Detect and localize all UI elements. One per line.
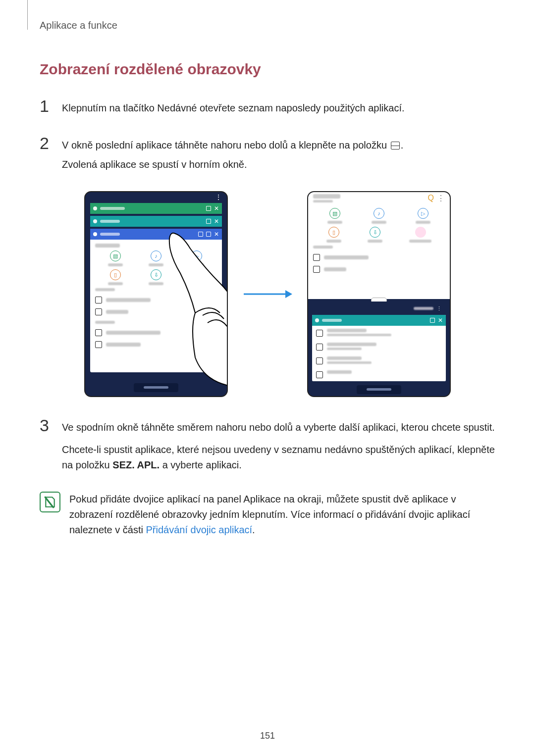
split-view-icon [430,318,435,323]
app-title-blur [100,233,120,236]
step-body: V okně poslední aplikace táhněte nahoru … [62,135,403,176]
split-view-icon [206,232,211,237]
storage-sd [95,306,217,318]
videos-icon: ▷ [191,251,202,261]
figure: ⋮ ✕ ✕ [40,191,495,397]
storage-list [313,252,445,275]
images-icon: ▧ [110,251,121,261]
blur-label [327,356,362,360]
categories-row: ▧ ♪ ▷ [95,251,217,266]
blur-label [106,343,141,347]
note-text-a: Pokud přidáte dvojice aplikací na panel … [69,494,470,535]
close-all-button [357,385,401,394]
blur-label [106,331,160,335]
recent-card-header: ✕ [312,315,446,326]
step-2-text-b: . [401,140,404,151]
step-number: 2 [40,135,62,176]
app-icon [93,232,97,236]
cat-documents: ▯ [108,269,123,285]
svg-marker-1 [285,290,292,298]
blur-section [95,321,115,324]
close-icon: ✕ [214,218,219,225]
blur-label [327,361,372,364]
blur-label [327,334,391,336]
more-icon: ⋮ [436,305,442,312]
blur-label [326,240,341,243]
step-1-text: Klepnutím na tlačítko Nedávné otevřete s… [62,101,405,116]
note-text-b: . [252,524,255,535]
documents-icon: ▯ [110,269,121,280]
step-number: 3 [40,417,62,477]
blur-section [95,288,115,291]
cat-audio: ♪ [372,208,386,224]
blur-label [324,255,369,259]
close-icon: ✕ [438,317,443,324]
display-icon [316,371,323,378]
step-number: 1 [40,98,62,120]
section-heading: Zobrazení rozdělené obrazovky [40,61,495,78]
blur-label [106,298,151,302]
split-view-icon [391,142,400,150]
blur-label [324,267,346,271]
storage-sd [313,263,445,275]
blur-section [313,246,333,249]
categories-row: ▯ ⇩ [313,227,445,243]
blur-label [327,343,376,346]
images-icon: ▧ [329,208,340,219]
app-icon [315,318,319,322]
device-left-recents: ⋮ ✕ ✕ [84,191,228,397]
cat-downloads: ⇩ [368,227,382,243]
categories-row: ▧ ♪ ▷ [313,208,445,224]
step-3: 3 Ve spodním okně táhněte směrem nahoru … [40,417,495,477]
phone-storage-icon [95,297,102,303]
cat-audio: ♪ [149,251,163,266]
step-3-p2: Chcete-li spustit aplikace, které nejsou… [62,442,495,473]
recent-card-header: ✕ [90,229,222,240]
myfiles-topbar: Q ⋮ [308,192,450,204]
apk-icon [415,227,426,238]
page-number: 151 [0,731,535,741]
step-3-p2-bold: SEZ. APL. [112,459,160,470]
blur-label [327,221,342,224]
cloud-samsung [95,327,217,339]
blur-label [409,240,431,243]
status-bar: ⋮ [85,192,227,202]
note-link[interactable]: Přidávání dvojic aplikací [146,524,253,535]
settings-notifications [312,353,446,367]
breadcrumb: Aplikace a funkce [40,20,495,31]
blur-label [108,263,123,266]
cat-documents: ▯ [326,227,341,243]
storage-internal [95,294,217,306]
step-2-text-a: V okně poslední aplikace táhněte nahoru … [62,140,387,151]
split-view-icon [206,219,211,224]
recent-card-header: ✕ [90,216,222,227]
step-2-line1: V okně poslední aplikace táhněte nahoru … [62,138,403,153]
cat-apk [409,227,431,243]
bottom-recents-bar: ⋮ [312,304,446,312]
close-icon: ✕ [214,205,219,212]
google-drive-icon [95,341,102,348]
app-icon [93,206,97,210]
app-icon [93,219,97,223]
recent-card-3-myfiles: ✕ ▧ ♪ ▷ ▯ ⇩ [90,229,222,372]
recent-card-2: ✕ [90,216,222,227]
cat-downloads: ⇩ [149,269,163,285]
blur-label [106,310,128,314]
app-title-blur [100,207,125,210]
myfiles-body: ▧ ♪ ▷ ▯ ⇩ [308,204,450,278]
downloads-icon: ⇩ [370,227,380,238]
audio-icon: ♪ [151,251,161,261]
split-view-icon [206,206,211,211]
blur-title [313,194,340,199]
device-right-splitview: Q ⋮ ▧ ♪ ▷ ▯ ⇩ [307,191,451,397]
step-3-p1: Ve spodním okně táhněte směrem nahoru ne… [62,420,495,435]
settings-sounds [312,340,446,353]
step-body: Ve spodním okně táhněte směrem nahoru ne… [62,417,495,477]
recent-card-header: ✕ [90,203,222,214]
step-3-p2-b: a vyberte aplikaci. [160,459,242,470]
cat-videos: ▷ [189,251,204,266]
blur-label [149,263,163,266]
sd-card-icon [313,266,320,273]
blur-label [327,329,367,332]
blur-label [108,282,123,285]
